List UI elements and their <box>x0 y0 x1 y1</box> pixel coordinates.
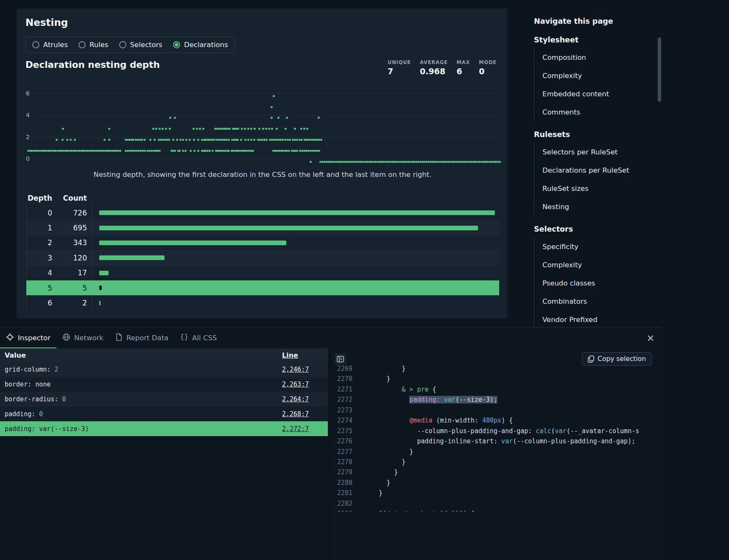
line-link[interactable]: 2,264:7 <box>282 395 309 403</box>
line-column-header[interactable]: Line <box>282 351 328 359</box>
code-line: 2282 <box>330 498 662 509</box>
nav-item-ruleset-sizes[interactable]: RuleSet sizes <box>534 179 658 198</box>
stat-unique: UNIQUE7 <box>388 59 411 76</box>
value-row[interactable]: border: none2,263:7 <box>0 377 328 392</box>
line-number: 2278 <box>330 457 352 467</box>
nav-item-complexity[interactable]: Complexity <box>534 67 658 85</box>
code-line: 2283 &[data-breakout="full"] { <box>330 509 662 512</box>
count-bar <box>99 301 101 305</box>
radio-option-declarations[interactable]: Declarations <box>173 41 228 49</box>
code-line: 2281 } <box>330 488 662 498</box>
page-nav: Navigate this page StylesheetComposition… <box>534 17 658 337</box>
nav-item-combinators[interactable]: Combinators <box>534 292 658 311</box>
target-icon <box>6 333 14 343</box>
line-number: 2281 <box>330 488 352 498</box>
stat-value: 0.968 <box>420 67 448 76</box>
copy-selection-button[interactable]: Copy selection <box>582 352 652 366</box>
devtools-tabbar: InspectorNetworkReport DataAll CSS <box>0 328 662 349</box>
count-cell: 2 <box>52 299 87 307</box>
nav-item-vendor-prefixed[interactable]: Vendor Prefixed <box>534 311 658 329</box>
nav-item-nesting[interactable]: Nesting <box>534 198 658 216</box>
nav-item-pseudo-classes[interactable]: Pseudo classes <box>534 274 658 292</box>
tab-label: All CSS <box>192 334 217 342</box>
value-row[interactable]: grid-column: 22,246:7 <box>0 362 328 377</box>
stat-max: MAX6 <box>457 59 470 76</box>
radio-option-rules[interactable]: Rules <box>78 41 109 49</box>
stat-value: 7 <box>388 67 411 76</box>
line-link[interactable]: 2,268:7 <box>282 410 309 418</box>
line-number: 2271 <box>330 384 352 395</box>
nav-item-specificity[interactable]: Specificity <box>534 238 658 256</box>
value-row[interactable]: padding: var(--size-3)2,272:7 <box>0 421 328 436</box>
count-cell: 343 <box>52 238 87 247</box>
values-table-rows: grid-column: 22,246:7border: none2,263:7… <box>0 362 328 436</box>
nav-group-selectors: SpecificityComplexityPseudo classesCombi… <box>534 237 658 330</box>
count-bar <box>99 271 109 275</box>
code-line: 2276 padding-inline-start: var(--column-… <box>330 436 662 446</box>
depth-cell: 2 <box>27 238 52 247</box>
line-number: 2269 <box>330 364 352 374</box>
property-value: 2 <box>54 366 58 373</box>
line-number: 2282 <box>330 498 352 509</box>
radio-circle-icon <box>173 41 180 48</box>
stat-label: MAX <box>457 59 470 65</box>
depth-cell: 5 <box>27 284 52 292</box>
tab-network[interactable]: Network <box>56 328 109 348</box>
depth-row-1[interactable]: 1695 <box>26 220 499 235</box>
value-row[interactable]: border-radius: 02,264:7 <box>0 392 328 407</box>
y-axis-label: 6 <box>25 90 30 97</box>
nav-item-embedded-content[interactable]: Embedded content <box>534 85 658 103</box>
property-value: var(--size-3) <box>39 425 89 433</box>
line-number: 2277 <box>330 447 352 457</box>
radio-circle-icon <box>78 41 86 48</box>
tab-inspector[interactable]: Inspector <box>0 328 56 348</box>
property-name: grid-column: <box>5 366 54 373</box>
devtools-close-button[interactable] <box>645 332 656 344</box>
line-link[interactable]: 2,263:7 <box>282 381 309 388</box>
value-row[interactable]: padding: 02,268:7 <box>0 406 328 421</box>
nav-section-rulesets: Rulesets <box>534 130 658 139</box>
nav-group-stylesheet: CompositionComplexityEmbedded contentCom… <box>534 48 658 122</box>
property-value: none <box>35 381 50 388</box>
property-name: padding: <box>5 425 39 433</box>
page-scrollbar-thumb[interactable] <box>658 37 661 102</box>
tab-report-data[interactable]: Report Data <box>109 328 174 348</box>
tab-label: Report Data <box>126 334 168 342</box>
nav-item-comments[interactable]: Comments <box>534 103 658 121</box>
nav-item-selectors-per-ruleset[interactable]: Selectors per RuleSet <box>534 143 658 161</box>
braces-icon <box>180 333 188 343</box>
line-number: 2279 <box>330 467 352 477</box>
code-line: 2272 padding: var(--size-3); <box>330 395 662 405</box>
nav-item-complexity[interactable]: Complexity <box>534 256 658 274</box>
line-number: 2270 <box>330 374 352 384</box>
code-line: 2278 } <box>330 457 662 467</box>
depth-row-3[interactable]: 3120 <box>26 250 499 265</box>
line-link[interactable]: 2,246:7 <box>282 366 309 373</box>
depth-cell: 4 <box>27 269 52 277</box>
depth-row-2[interactable]: 2343 <box>26 235 499 250</box>
depth-cell: 3 <box>27 254 52 262</box>
depth-row-4[interactable]: 417 <box>26 266 499 280</box>
devtools-panel: InspectorNetworkReport DataAll CSS Value… <box>0 327 662 560</box>
line-link[interactable]: 2,272:7 <box>282 425 309 433</box>
code-line: 2277 } <box>330 447 662 457</box>
code-line: 2279 } <box>330 467 662 477</box>
radio-option-atrules[interactable]: Atrules <box>32 41 68 49</box>
code-scroll-area[interactable]: 2269 }2270 }2271 & > pre {2272 padding: … <box>330 364 662 512</box>
radio-option-selectors[interactable]: Selectors <box>119 41 162 49</box>
tab-all-css[interactable]: All CSS <box>174 328 223 348</box>
depth-row-6[interactable]: 62 <box>26 295 499 310</box>
depth-row-5[interactable]: 55 <box>26 280 499 295</box>
line-number: 2273 <box>330 405 352 415</box>
values-table: Value Line grid-column: 22,246:7border: … <box>0 348 328 436</box>
depth-column-header: Depth <box>27 194 52 202</box>
nesting-depth-chart: 0246 <box>25 87 500 165</box>
count-bar <box>99 255 165 260</box>
gridline <box>31 93 500 94</box>
nav-item-declarations-per-ruleset[interactable]: Declarations per RuleSet <box>534 161 658 179</box>
tab-label: Inspector <box>18 334 50 342</box>
panel-toggle-button[interactable] <box>335 353 346 365</box>
depth-row-0[interactable]: 0726 <box>26 205 499 220</box>
property-value: 0 <box>39 410 43 418</box>
nav-item-composition[interactable]: Composition <box>534 48 658 67</box>
